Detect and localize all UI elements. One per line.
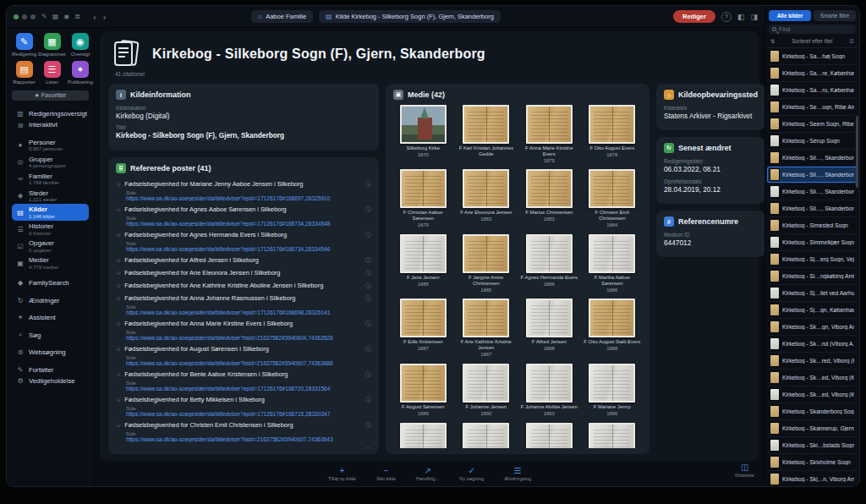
toolbar-ændringslog[interactable]: ☰Ændringslog — [504, 467, 531, 481]
sync-indicator-dot[interactable] — [14, 14, 19, 19]
source-list-item[interactable]: Kirkebog - Skivholme Sogn — [767, 454, 858, 471]
source-list-item[interactable]: Kirkebog - Sil…, Skanderborg — [767, 167, 858, 184]
record-url[interactable]: https://www.sa.dk/ao-soegesider/da/bille… — [126, 335, 371, 341]
info-icon[interactable]: ⓘ — [365, 446, 371, 448]
app-redigering[interactable]: ✎Redigering — [12, 33, 36, 57]
source-list-item[interactable]: Kirkebog - Sk…nd (Viborg A… — [767, 336, 858, 353]
edit-tool-icon[interactable]: ✎ — [41, 13, 47, 20]
sidebar-item-søg[interactable]: ⌕Søg — [12, 329, 89, 341]
sort-header[interactable]: ⇅ Sorteret efter titel ☰ — [765, 37, 859, 48]
media-item[interactable]: F Karen Marie Aaboe Kristensen1905 — [583, 423, 643, 448]
sidebar-item-steder[interactable]: ◈Steder1.221 steder — [12, 188, 89, 205]
referenced-record[interactable]: ☆Fødselsbegivenhed for Betty Mikkelsen i… — [116, 394, 371, 419]
referenced-record[interactable]: ☆Fødselsbegivenhed for Mariane Jenny Aab… — [116, 178, 371, 204]
media-item[interactable]: F Otto August Evers1878 — [583, 105, 643, 163]
app-publicering[interactable]: ✦Publicering — [68, 61, 93, 85]
info-icon[interactable]: ⓘ — [365, 269, 371, 277]
media-item[interactable]: F Jørgine Anine Christensen1885 — [457, 234, 517, 293]
sidebar-item-familier[interactable]: ∞Familier1.768 familier — [12, 171, 89, 188]
right-panel-toggle-icon[interactable]: ◨ — [750, 13, 758, 21]
media-item[interactable]: F Alfred Jensen1888 — [519, 299, 579, 357]
family-tab[interactable]: ⌂ Aaboe Familie — [251, 10, 313, 23]
tab-smarte-filtre[interactable]: Smarte filtre — [814, 10, 856, 21]
referenced-record[interactable]: ☆Fødselsbegivenhed for Ane Kathrine Kris… — [116, 280, 371, 293]
breadcrumb[interactable]: ▤ Kilde Kirkebog - Silkeborg Sogn (F), G… — [319, 10, 501, 23]
source-list-item[interactable]: Kirkebog - Sk…ed, Viborg (K… — [767, 386, 858, 403]
sidebar-item-opgaver[interactable]: ☑Opgaver0 opgaver — [12, 238, 89, 255]
source-list-item[interactable]: Kirkebog - Skanderborg Sogn — [767, 403, 858, 420]
referenced-record[interactable]: ☆Fødselsbegivenhed for Christen Emil Chr… — [116, 419, 371, 445]
sidebar-item-familysearch[interactable]: ◆FamilySearch — [12, 277, 89, 288]
record-url[interactable]: https://www.sa.dk/ao-soegesider/da/bille… — [126, 246, 371, 252]
referenced-record[interactable]: ☆Fødselsbegivenhed for August Sørensen i… — [116, 343, 371, 369]
help-button[interactable]: ? — [721, 12, 732, 22]
toolbar-tilføj-ny-kilde[interactable]: +Tilføj ny kilde — [328, 467, 356, 481]
record-url[interactable]: https://www.sa.dk/ao-soegesider/da/bille… — [126, 411, 371, 417]
info-icon[interactable]: ⓘ — [365, 256, 371, 265]
source-list-item[interactable]: Kirkebog - Sk…ed, Viborg (K… — [767, 370, 858, 386]
media-item[interactable]: F Ane Eleonora Jensen1883 — [457, 169, 517, 227]
left-panel-toggle-icon[interactable]: ◧ — [737, 13, 745, 21]
toolbar-handling[interactable]: ↗Handling... — [416, 467, 439, 481]
source-list-item[interactable]: Kirkebog - Sj…erg Sogn, Vejle — [767, 251, 858, 268]
app-diagrammer[interactable]: ▦Diagrammer — [38, 33, 66, 57]
media-item[interactable]: F Ane Kathrine Kristine Jensen1887 — [457, 299, 517, 357]
media-item[interactable]: F August Sørensen1889 — [393, 364, 453, 417]
sidebar-item-websøgning[interactable]: ⊚Websøgning — [12, 347, 89, 358]
window-button[interactable] — [30, 14, 36, 19]
toolbar-ny-søgning[interactable]: ✓Ny søgning — [459, 467, 484, 481]
media-item[interactable]: F Anna Johanne Rasmussen1899 — [393, 423, 453, 448]
info-icon[interactable]: ⓘ — [365, 345, 371, 353]
media-item[interactable]: F Johanne Jensen1890 — [457, 364, 517, 417]
referenced-record[interactable]: ☆Fødselsbegivenhed for Christian Aaboe S… — [116, 445, 371, 448]
app-lister[interactable]: ☰Lister — [38, 61, 66, 85]
source-list-item[interactable]: Kirkebog - Sa…ro, København — [767, 82, 858, 99]
source-list-item[interactable]: Kirkebog - Si…ngkøbing Amt — [767, 268, 858, 285]
info-icon[interactable]: ⓘ — [365, 294, 371, 303]
source-list-item[interactable]: Kirkebog - Serup Sogn — [767, 133, 858, 150]
kildeliste-toggle[interactable]: ◫ Kildeliste — [735, 463, 754, 478]
tab-alle-kilder[interactable]: Alle kilder — [769, 10, 811, 21]
source-list-item[interactable]: Kirkebog - Sil…, Skanderborg — [767, 184, 858, 200]
media-item[interactable]: F Anna Marie Kirstine Evers1879 — [519, 105, 579, 163]
sidebar-item-forfatter[interactable]: ✎Forfatter — [12, 364, 89, 375]
sidebar-item-kilder[interactable]: ▤Kilder1.146 kilder — [12, 204, 89, 221]
info-icon[interactable]: ⓘ — [365, 282, 371, 290]
source-list-item[interactable]: Kirkebog - Sk…gn, Viborg Amt — [767, 319, 858, 336]
info-icon[interactable]: ⓘ — [365, 180, 371, 189]
source-search[interactable] — [769, 25, 856, 34]
record-url[interactable]: https://www.sa.dk/ao-soegesider/da/bille… — [126, 386, 371, 392]
record-url[interactable]: https://www.sa.dk/ao-soegesider/da/bille… — [126, 310, 371, 315]
app-rapporter[interactable]: ▤Rapporter — [12, 61, 36, 85]
source-list-item[interactable]: Kirkebog - Sil…, Skanderborg — [767, 200, 858, 217]
sidebar-item-medier[interactable]: ▣Medier4.779 medier — [12, 255, 89, 271]
source-list-item[interactable]: Kirkebog - Seem Sogn, Ribe — [767, 116, 858, 133]
info-icon[interactable]: ⓘ — [365, 231, 371, 239]
grid-tool-icon[interactable]: ▦ — [52, 13, 59, 20]
referenced-record[interactable]: ☆Fødselsbegivenhed for Bente Aaboe Krist… — [116, 369, 371, 394]
source-list-item[interactable]: Kirkebog - Se…ogn, Ribe Amt — [767, 99, 858, 116]
sidebar-item-historier[interactable]: ☰Historier0 historier — [12, 221, 89, 238]
referenced-record[interactable]: ☆Fødselsbegivenhed for Alfred Jensen i S… — [116, 255, 371, 267]
eye-tool-icon[interactable]: ◉ — [63, 13, 69, 20]
rediger-button[interactable]: Rediger — [673, 10, 715, 23]
info-icon[interactable]: ⓘ — [365, 370, 371, 379]
info-icon[interactable]: ⓘ — [365, 396, 371, 404]
source-list-item[interactable]: Kirkebog - Sa…re, København — [767, 65, 858, 82]
media-item[interactable]: F Marius Christensen1883 — [519, 169, 579, 227]
info-icon[interactable]: ⓘ — [365, 421, 371, 430]
favorites-button[interactable]: ★ Favoritter — [12, 90, 89, 101]
sort-options-icon[interactable]: ☰ — [849, 38, 854, 44]
referenced-record[interactable]: ☆Fødselsbegivenhed for Anna Johanne Rasm… — [116, 293, 371, 318]
sidebar-item-ændringer[interactable]: ↻Ændringer — [12, 295, 89, 306]
record-url[interactable]: https://www.sa.dk/ao-soegesider/da/bille… — [126, 360, 371, 366]
media-item[interactable]: F Helge Aaboe Jensen1900 — [457, 423, 517, 448]
source-list-item[interactable]: Kirkebog - Skj…n, Viborg Amt — [767, 471, 858, 486]
sidebar-item-assistent[interactable]: ✶Assistent — [12, 312, 89, 323]
media-item[interactable]: F Otto August Støb Evers1888 — [583, 299, 643, 357]
referenced-record[interactable]: ☆Fødselsbegivenhed for Ane Eleonora Jens… — [116, 267, 371, 280]
referenced-record[interactable]: ☆Fødselsbegivenhed for Anna Marie Kirsti… — [116, 318, 371, 343]
forward-arrow-icon[interactable]: › — [103, 12, 107, 22]
media-item[interactable]: F Agnes Hermanda Evers1886 — [519, 234, 579, 293]
sidebar-item-interaktivt[interactable]: ⊞Interaktivt — [12, 119, 89, 130]
